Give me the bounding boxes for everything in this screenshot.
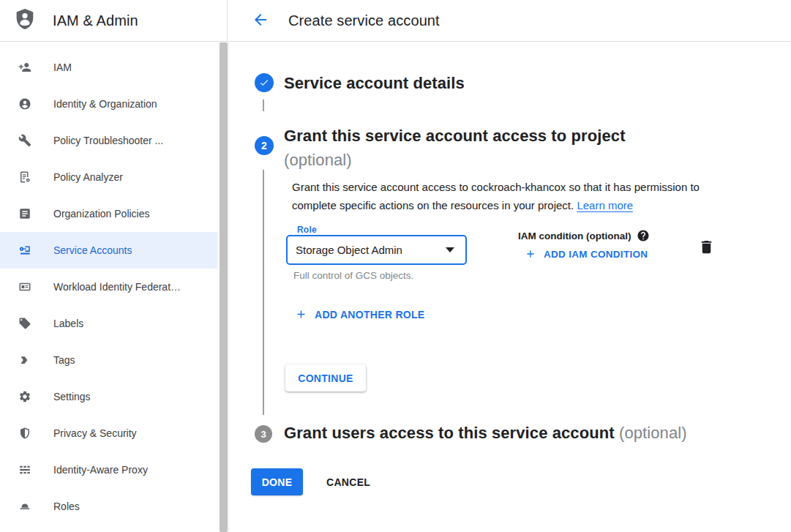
role-helper-text: Full control of GCS objects. xyxy=(293,270,413,281)
badge-card-icon xyxy=(18,280,31,293)
back-button[interactable] xyxy=(246,6,275,35)
add-iam-condition-label: ADD IAM CONDITION xyxy=(544,249,648,260)
shield-icon xyxy=(18,427,31,440)
step3-number-badge: 3 xyxy=(255,425,272,443)
role-select[interactable]: Storage Object Admin xyxy=(286,235,467,265)
sidebar-item-label: Policy Troubleshooter ... xyxy=(53,135,163,146)
sidebar-item-label: Policy Analyzer xyxy=(53,171,123,183)
step-connector xyxy=(263,100,264,111)
back-arrow-icon xyxy=(252,11,269,31)
dropdown-caret-icon xyxy=(446,247,454,252)
sidebar-item-label: Organization Policies xyxy=(53,208,150,220)
sidebar-item-label: Identity-Aware Proxy xyxy=(53,464,148,476)
sidebar-item-privacy-security[interactable]: Privacy & Security xyxy=(0,415,217,452)
page-title: Create service account xyxy=(288,12,440,29)
sidebar-item-policy-troubleshooter[interactable]: Policy Troubleshooter ... xyxy=(0,122,217,159)
step3-title: Grant users access to this service accou… xyxy=(284,424,687,443)
sidebar-item-label: IAM xyxy=(53,61,72,73)
learn-more-link[interactable]: Learn more xyxy=(577,199,633,211)
iam-admin-console: IAM & Admin Create service account IAM xyxy=(0,0,791,532)
sidebar-item-label: Tags xyxy=(53,354,75,366)
step3-number: 3 xyxy=(260,429,266,440)
sidebar-item-label: Privacy & Security xyxy=(53,427,137,439)
gear-icon xyxy=(18,390,31,403)
step2-optional-label: (optional) xyxy=(284,151,352,169)
hat-icon xyxy=(18,500,31,513)
document-list-icon xyxy=(18,207,31,220)
step1-title: Service account details xyxy=(284,74,465,93)
sidebar-item-labels[interactable]: Labels xyxy=(0,305,217,342)
sidebar-item-label: Workload Identity Federat… xyxy=(53,281,181,293)
step2-title-text: Grant this service account access to pro… xyxy=(284,127,626,145)
add-another-role-label: ADD ANOTHER ROLE xyxy=(315,309,425,321)
step2-title: Grant this service account access to pro… xyxy=(284,124,694,172)
sidebar-scrollbar-thumb[interactable] xyxy=(220,42,228,532)
policy-analyzer-icon xyxy=(18,171,31,184)
sidebar-item-identity-aware-proxy[interactable]: Identity-Aware Proxy xyxy=(0,452,217,488)
proxy-icon xyxy=(18,463,31,476)
sidebar-item-iam[interactable]: IAM xyxy=(0,49,217,86)
page-header: Create service account xyxy=(228,0,791,41)
step3-optional-label: (optional) xyxy=(619,424,687,442)
iam-condition-label-text: IAM condition (optional) xyxy=(518,231,631,241)
step2-description: Grant this service account access to coc… xyxy=(292,178,722,214)
trash-icon xyxy=(698,239,715,258)
help-icon[interactable] xyxy=(637,229,650,242)
add-icon xyxy=(295,308,307,321)
add-icon xyxy=(525,248,536,260)
role-field-label: Role xyxy=(293,225,320,235)
sidebar-item-label: Labels xyxy=(53,318,83,329)
sidebar-item-service-accounts[interactable]: Service Accounts xyxy=(0,232,217,269)
wrench-icon xyxy=(18,134,31,147)
sidebar-item-workload-identity-federation[interactable]: Workload Identity Federat… xyxy=(0,269,217,305)
sidebar-item-label: Settings xyxy=(53,391,91,402)
step2-description-text: Grant this service account access to coc… xyxy=(292,181,700,211)
add-iam-condition-button[interactable]: ADD IAM CONDITION xyxy=(525,248,648,260)
sidebar-item-label: Identity & Organization xyxy=(53,98,157,110)
product-header: IAM & Admin xyxy=(0,0,228,41)
continue-button[interactable]: CONTINUE xyxy=(285,364,366,391)
role-selected-value: Storage Object Admin xyxy=(296,244,446,256)
done-button[interactable]: DONE xyxy=(251,468,303,495)
sidebar-item-tags[interactable]: Tags xyxy=(0,342,217,378)
sidebar-item-policy-analyzer[interactable]: Policy Analyzer xyxy=(0,159,217,195)
sidebar-item-label: Roles xyxy=(53,501,80,512)
step2-number-badge: 2 xyxy=(255,136,274,155)
iam-condition-label: IAM condition (optional) xyxy=(518,229,650,242)
add-another-role-button[interactable]: ADD ANOTHER ROLE xyxy=(295,308,425,321)
top-header: IAM & Admin Create service account xyxy=(0,0,791,42)
step-connector xyxy=(263,170,264,415)
label-tag-icon xyxy=(18,317,31,330)
delete-role-button[interactable] xyxy=(696,238,716,258)
sidebar-scrollbar[interactable] xyxy=(217,42,228,532)
product-title: IAM & Admin xyxy=(53,12,138,29)
step1-completed-check-icon xyxy=(255,73,274,92)
identity-person-icon xyxy=(18,97,31,110)
iam-shield-logo-icon xyxy=(13,7,37,34)
person-add-icon xyxy=(18,61,31,74)
create-service-account-form: Service account details 2 Grant this ser… xyxy=(228,42,791,532)
sidebar-item-settings[interactable]: Settings xyxy=(0,378,217,415)
step3-title-text: Grant users access to this service accou… xyxy=(284,424,615,442)
cancel-button[interactable]: CANCEL xyxy=(315,468,382,495)
step2-number: 2 xyxy=(261,140,267,151)
tag-arrow-icon xyxy=(18,353,31,367)
sidebar-item-identity-organization[interactable]: Identity & Organization xyxy=(0,86,217,122)
sidebar-item-organization-policies[interactable]: Organization Policies xyxy=(0,195,217,232)
service-account-key-icon xyxy=(18,244,31,257)
sidebar-nav: IAM Identity & Organization Policy Troub… xyxy=(0,42,217,532)
sidebar-item-roles[interactable]: Roles xyxy=(0,488,217,525)
sidebar-item-label: Service Accounts xyxy=(53,244,132,256)
